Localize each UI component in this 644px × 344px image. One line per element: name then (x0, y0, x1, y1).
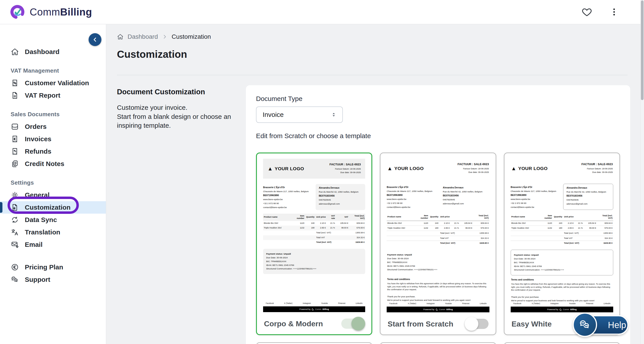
sidebar-item-data-sync[interactable]: Data Sync (0, 214, 106, 226)
language-icon (11, 228, 19, 236)
template-toggle[interactable] (341, 319, 364, 329)
table-cell: Unit price (439, 215, 450, 219)
invoice-due: Due date: 30-06-2025 (581, 171, 613, 174)
invoice-due: Due date: 30-06-2025 (458, 171, 489, 174)
seller-block: Brasserie L'Épi d'Or Chaussée de Wavre 2… (263, 184, 312, 210)
table-cell: Total (incl. VAT) (473, 213, 489, 221)
powered-by-bar: Powered by CommBilling (511, 307, 613, 312)
table-cell: 2.10 € (439, 221, 450, 226)
sidebar-item-translation[interactable]: Translation (0, 226, 106, 238)
sidebar-item-customization[interactable]: Customization (0, 201, 106, 214)
invoice-totals: Total (excl. VAT)1305.58 €Total VAT324.3… (387, 231, 489, 246)
total-row: Total (incl. VAT)1629.90 € (511, 241, 613, 246)
social-link: Facebook (389, 302, 397, 305)
social-links-row: FacebookX (Twitter)InstagramYoutubePinte… (263, 302, 365, 304)
table-cell: 1132 (542, 226, 553, 231)
template-card-partial[interactable] (504, 342, 620, 344)
kebab-menu-icon[interactable] (610, 7, 619, 16)
sidebar-item-refunds[interactable]: Refunds (0, 145, 106, 158)
table-cell: 576.93 € (473, 226, 489, 231)
template-card-partial[interactable] (380, 342, 496, 344)
help-chat-icon[interactable] (573, 313, 597, 337)
table-cell: 180 (305, 226, 315, 230)
social-link: Instagram (426, 302, 435, 305)
sidebar-item-label: Pricing Plan (25, 263, 63, 271)
social-link: Facebook (513, 302, 521, 305)
table-cell: 2.65 € (439, 226, 450, 231)
table-cell: 576.93 € (597, 226, 613, 231)
invoice-table: Product nameItem numberQuantityUnit pric… (263, 214, 365, 230)
table-cell: 1120 (294, 221, 305, 226)
table-cell: 1132 (418, 226, 429, 231)
invoice-due: Due date: 30-06-2025 (330, 171, 361, 174)
triangle-logo-icon: ▲ (387, 166, 392, 171)
table-cell: 2.65 € (563, 226, 574, 231)
table-cell: Product name (387, 215, 418, 219)
table-cell: 21 % (574, 221, 584, 226)
powered-logo-icon (436, 308, 438, 311)
social-link: X (Twitter) (532, 302, 540, 305)
favorites-heart-icon[interactable] (582, 7, 592, 17)
sidebar-nav: Dashboard VAT Management Customer Valida… (0, 24, 106, 286)
terms-block: Terms and conditions You have the right … (387, 278, 489, 291)
seller-block: Brasserie L'Épi d'Or Chaussée de Wavre 2… (387, 184, 439, 210)
intro-heading: Document Customization (117, 88, 246, 96)
sidebar-item-credit-notes[interactable]: Credit Notes (0, 158, 106, 170)
sidebar-item-dashboard[interactable]: Dashboard (0, 46, 106, 58)
template-toggle[interactable] (466, 319, 488, 329)
sidebar-collapse-button[interactable] (88, 33, 102, 46)
divider (117, 75, 628, 75)
active-indicator-bar (0, 202, 2, 213)
payment-block: Payment status: Unpaid Due Date: 30-06-2… (511, 250, 613, 275)
social-link: LinkedIn (604, 302, 610, 305)
sidebar-item-vat-report[interactable]: VAT Report (0, 89, 106, 102)
table-row: Triple Houblon 33cl11321802.65 €21 %99.9… (387, 226, 489, 231)
template-card-corpo-modern[interactable]: ▲YOUR LOGO FACTUUR : SALE-0023 Factuur D… (256, 153, 372, 335)
top-bar: CommBilling (0, 0, 644, 24)
breadcrumb-home-icon[interactable] (117, 33, 124, 40)
template-card-partial[interactable] (256, 342, 372, 344)
social-link: Pinterest (338, 302, 346, 304)
customization-panel: Document Type Invoice Edit from Scratch … (246, 85, 630, 344)
template-cards-row: ▲YOUR LOGO FACTUUR : SALE-0023 Factuur D… (256, 153, 620, 335)
breadcrumb-current: Customization (172, 33, 211, 40)
thanks-block: Thank you for your purchase. We're proud… (511, 295, 613, 302)
table-row: Product nameItem numberQuantityUnit pric… (387, 213, 489, 221)
sidebar-item-pricing-plan[interactable]: Pricing Plan (0, 261, 106, 273)
sidebar-item-general[interactable]: General (0, 189, 106, 201)
sidebar-item-customer-validation[interactable]: Customer Validation (0, 77, 106, 89)
powered-logo-icon (312, 308, 314, 311)
table-cell: 99.93 € (584, 226, 597, 231)
social-link: Youtube (445, 302, 452, 305)
table-cell: 105.84 € (460, 221, 473, 226)
document-duplicate-icon (11, 160, 19, 168)
template-card-easy-white[interactable]: ▲YOUR LOGO FACTUUR : SALE-0023 Factuur D… (504, 153, 620, 335)
invoice-ref: FACTUUR : SALE-0023 (581, 162, 613, 166)
page-title: Customization (117, 48, 187, 60)
total-row: Total (excl. VAT)1305.58 € (511, 231, 613, 236)
table-cell: Quantity (553, 215, 563, 219)
table-cell: 105.84 € (584, 221, 597, 226)
sidebar-item-label: Customer Validation (25, 79, 89, 87)
sidebar-item-support[interactable]: Support (0, 273, 106, 286)
invoice-header: ▲YOUR LOGO FACTUUR : SALE-0023 Factuur D… (387, 158, 489, 178)
sidebar-item-orders[interactable]: Orders (0, 120, 106, 133)
table-cell: Quantity (429, 215, 439, 219)
social-links-row: FacebookX (Twitter)InstagramYoutubePinte… (387, 302, 489, 305)
customer-block: Alexandra Dervaux Rue du Marché 42, 1050… (443, 184, 490, 210)
intro-line2: Start from a blank design or choose an i… (117, 112, 246, 130)
invoice-logo: ▲YOUR LOGO (387, 166, 424, 171)
table-row: Blonde Bio 33cl11202402.10 €21 %105.84 €… (263, 221, 365, 226)
template-card-start-from-scratch[interactable]: ▲YOUR LOGO FACTUUR : SALE-0023 Factuur D… (380, 153, 496, 335)
sidebar-item-invoices[interactable]: Invoices (0, 133, 106, 145)
scrollbar-thumb[interactable] (641, 0, 644, 100)
scrollbar-track[interactable] (640, 0, 644, 344)
customer-block: Alexandra Dervaux Rue du Marché 42, 1050… (316, 184, 365, 210)
document-customize-icon (11, 203, 19, 212)
breadcrumb-dashboard-link[interactable]: Dashboard (128, 33, 158, 40)
table-row: Blonde Bio 33cl11202402.10 €21 %105.84 €… (387, 221, 489, 226)
chat-bubbles-icon (11, 275, 19, 284)
sidebar-item-email[interactable]: Email (0, 238, 106, 251)
invoice-date: Factuur Datum: 18-06-2025 (458, 167, 489, 170)
document-type-select[interactable]: Invoice (256, 106, 343, 123)
